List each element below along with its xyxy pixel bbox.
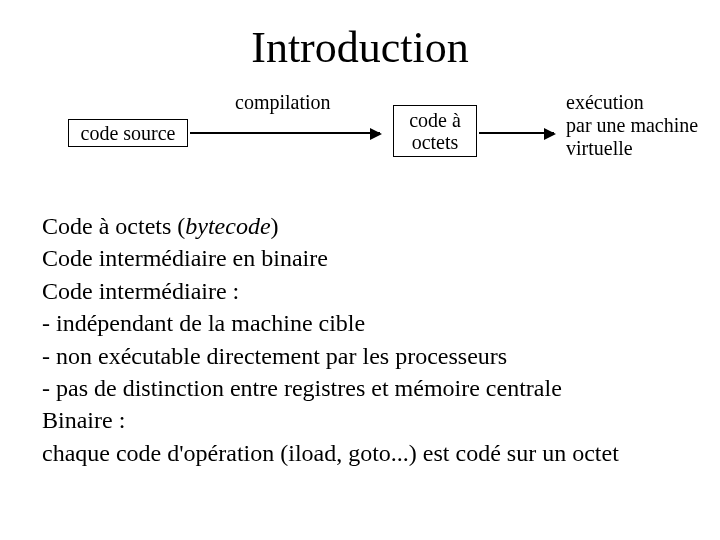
compilation-diagram: code source compilation code à octets ex… (0, 95, 720, 195)
slide: Introduction code source compilation cod… (0, 0, 720, 540)
arrow-source-to-bytecode (190, 132, 380, 134)
execution-label-line1: exécution (566, 91, 644, 113)
execution-label-line3: virtuelle (566, 137, 633, 159)
source-code-box: code source (68, 119, 188, 147)
body-line-2: Code intermédiaire en binaire (42, 242, 682, 274)
execution-label-line2: par une machine (566, 114, 698, 136)
body-line-7: Binaire : (42, 404, 682, 436)
body-line-1: Code à octets (bytecode) (42, 210, 682, 242)
slide-title: Introduction (0, 22, 720, 73)
bytecode-box-line2: octets (412, 131, 459, 153)
body-line-1-prefix: Code à octets ( (42, 213, 185, 239)
bytecode-box-line1: code à (409, 109, 461, 131)
body-line-5: - non exécutable directement par les pro… (42, 340, 682, 372)
body-text: Code à octets (bytecode) Code intermédia… (42, 210, 682, 469)
bytecode-box: code à octets (393, 105, 477, 157)
compilation-label: compilation (235, 91, 331, 114)
body-line-1-italic: bytecode (185, 213, 270, 239)
body-line-6: - pas de distinction entre registres et … (42, 372, 682, 404)
arrow-bytecode-to-exec (479, 132, 554, 134)
body-line-4: - indépendant de la machine cible (42, 307, 682, 339)
body-line-8: chaque code d'opération (iload, goto...)… (42, 437, 682, 469)
body-line-1-suffix: ) (271, 213, 279, 239)
body-line-3: Code intermédiaire : (42, 275, 682, 307)
execution-label: exécution par une machine virtuelle (566, 91, 716, 160)
